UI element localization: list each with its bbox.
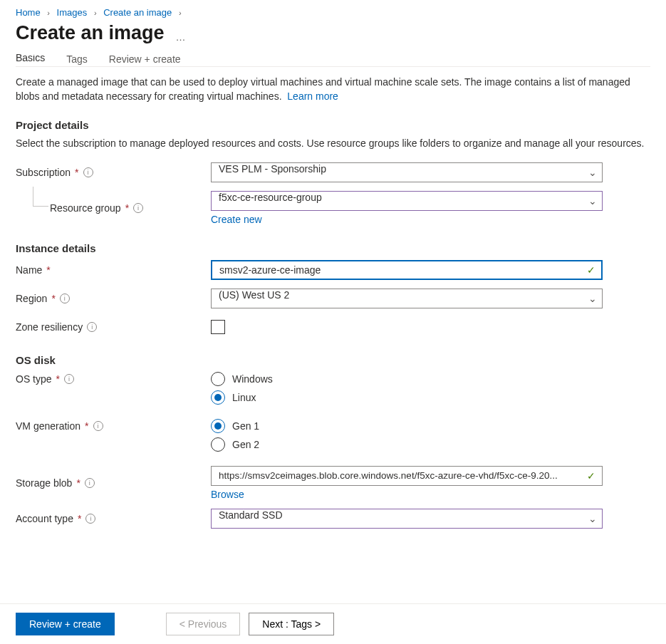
name-input[interactable] (211, 260, 603, 280)
info-icon[interactable]: i (64, 374, 74, 384)
storage-blob-label: Storage blob* i (16, 477, 211, 489)
region-select[interactable]: (US) West US 2 (211, 289, 603, 308)
zone-resiliency-label: Zone resiliency i (16, 321, 211, 333)
region-label: Region* i (16, 293, 211, 304)
tab-review-create[interactable]: Review + create (109, 54, 181, 67)
info-icon[interactable]: i (83, 167, 93, 177)
subscription-label: Subscription* i (16, 167, 211, 178)
breadcrumb: Home › Images › Create an image › (16, 7, 650, 18)
info-icon[interactable]: i (133, 203, 143, 213)
check-icon: ✓ (587, 470, 595, 482)
review-create-button[interactable]: Review + create (16, 613, 115, 635)
os-type-linux-radio[interactable]: Linux (211, 390, 603, 405)
more-menu-icon[interactable]: … (176, 31, 187, 43)
instance-details-header: Instance details (16, 242, 650, 254)
vm-gen-2-radio[interactable]: Gen 2 (211, 437, 603, 452)
page-title: Create an image (16, 22, 165, 44)
resource-group-label: Resource group* i (16, 202, 211, 214)
os-type-linux-label: Linux (232, 392, 256, 403)
storage-blob-input[interactable] (211, 466, 603, 486)
tab-tags[interactable]: Tags (66, 54, 88, 67)
intro-description: Create a managed image that can be used … (16, 76, 650, 103)
vm-gen-2-label: Gen 2 (232, 439, 259, 450)
name-label: Name* (16, 264, 211, 276)
next-tags-button[interactable]: Next : Tags > (249, 613, 334, 635)
chevron-right-icon: › (94, 9, 97, 17)
info-icon[interactable]: i (85, 514, 95, 524)
breadcrumb-home[interactable]: Home (16, 7, 41, 18)
project-details-sub: Select the subscription to manage deploy… (16, 137, 650, 151)
subscription-select[interactable]: VES PLM - Sponsorship (211, 162, 603, 182)
project-details-header: Project details (16, 119, 650, 131)
breadcrumb-create-image[interactable]: Create an image (103, 7, 172, 18)
check-icon: ✓ (587, 264, 595, 276)
os-type-windows-radio[interactable]: Windows (211, 372, 603, 386)
account-type-select[interactable]: Standard SSD (211, 509, 603, 529)
browse-link[interactable]: Browse (211, 489, 244, 500)
chevron-right-icon: › (179, 9, 182, 17)
os-type-label: OS type* i (16, 372, 211, 385)
info-icon[interactable]: i (60, 294, 70, 303)
zone-resiliency-checkbox[interactable] (211, 320, 225, 334)
footer-actions: Review + create < Previous Next : Tags > (0, 603, 666, 644)
info-icon[interactable]: i (85, 478, 95, 488)
info-icon[interactable]: i (93, 421, 103, 431)
account-type-label: Account type* i (16, 513, 211, 524)
learn-more-link[interactable]: Learn more (287, 90, 338, 102)
breadcrumb-images[interactable]: Images (57, 7, 88, 18)
os-disk-header: OS disk (16, 354, 650, 366)
create-new-link[interactable]: Create new (211, 214, 262, 225)
previous-button[interactable]: < Previous (166, 613, 241, 635)
info-icon[interactable]: i (87, 322, 97, 332)
tabs: Basics Tags Review + create (16, 54, 650, 67)
resource-group-select[interactable]: f5xc-ce-resource-group (211, 191, 603, 211)
vm-gen-1-radio[interactable]: Gen 1 (211, 419, 603, 433)
os-type-windows-label: Windows (232, 373, 273, 385)
vm-gen-1-label: Gen 1 (232, 420, 259, 432)
tab-basics[interactable]: Basics (16, 54, 45, 67)
vm-generation-label: VM generation* i (16, 419, 211, 432)
chevron-right-icon: › (47, 9, 50, 17)
